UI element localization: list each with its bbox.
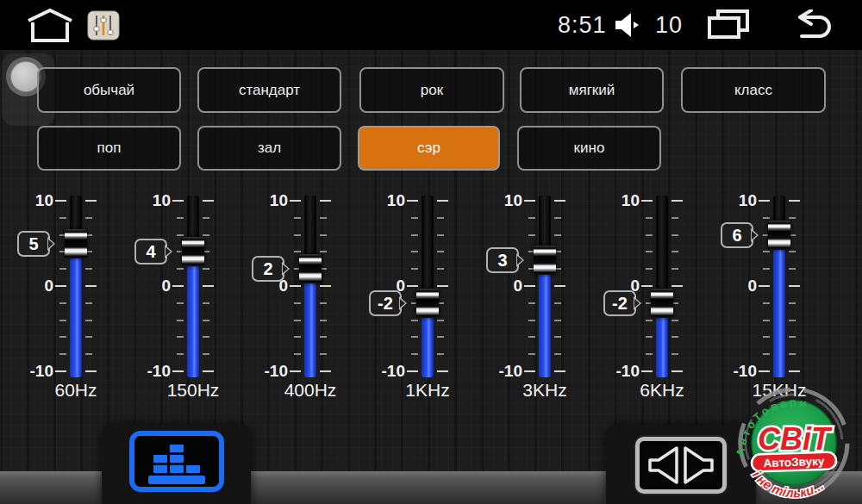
tick-mark	[671, 268, 678, 270]
tick-mark	[290, 370, 301, 372]
watermark-band-text: АвтоЗвуку	[763, 455, 825, 470]
tick-mark	[85, 353, 92, 355]
speaker-icon	[612, 0, 643, 50]
tick-mark	[646, 268, 653, 270]
tick-mark	[320, 251, 327, 252]
tick-mark	[528, 336, 535, 338]
tick-mark	[411, 336, 418, 338]
tick-mark	[789, 251, 796, 252]
tick-mark	[437, 285, 448, 287]
status-bar: 8:51 10	[0, 0, 862, 50]
tick-mark	[55, 370, 66, 372]
tick-mark	[554, 336, 561, 338]
equalizer-app-icon[interactable]	[86, 0, 121, 50]
tick-mark	[411, 320, 418, 321]
tick-mark	[320, 234, 327, 236]
tick-mark	[203, 234, 209, 236]
slider-thumb[interactable]	[416, 289, 439, 318]
tick-mark	[763, 302, 770, 304]
tick-mark	[203, 268, 209, 270]
tick-mark	[177, 217, 184, 219]
tick-mark	[671, 336, 678, 338]
preset-button-сэр[interactable]: сэр	[358, 126, 500, 171]
tick-mark	[554, 217, 561, 219]
tick-mark	[646, 353, 653, 355]
value-bubble: 4	[134, 239, 167, 264]
tick-mark	[294, 353, 301, 355]
tick-mark	[320, 217, 327, 219]
equalizer-bars-icon[interactable]	[129, 431, 224, 492]
scale-label-mid: 0	[14, 277, 53, 296]
tick-mark	[528, 353, 535, 355]
slider-fill	[304, 281, 316, 377]
preset-button-мягкий[interactable]: мягкий	[520, 67, 664, 113]
tick-mark	[177, 336, 184, 338]
tick-mark	[407, 200, 418, 202]
tick-mark	[177, 234, 184, 236]
scale-label-max: 10	[365, 191, 405, 210]
svit-avtozvuku-watermark: АвтоТовари СВіТ АвтоЗвуку і не тільки...	[728, 384, 859, 504]
tick-mark	[524, 200, 535, 202]
value-bubble: -2	[369, 290, 402, 316]
scale-label-min: -10	[483, 362, 522, 381]
tick-mark	[641, 285, 653, 287]
band-frequency-label: 3KHz	[493, 380, 597, 401]
scale-label-max: 10	[483, 191, 522, 210]
tick-mark	[646, 336, 653, 338]
tick-mark	[789, 302, 796, 304]
value-bubble: -2	[603, 290, 636, 316]
tick-mark	[203, 302, 209, 304]
tick-mark	[294, 234, 301, 236]
tick-mark	[646, 234, 653, 236]
slider-fill	[656, 315, 668, 377]
tick-mark	[407, 285, 418, 287]
tick-mark	[203, 285, 214, 287]
tick-mark	[554, 302, 561, 304]
volume-level: 10	[655, 0, 683, 50]
tick-mark	[172, 285, 184, 287]
preset-button-зал[interactable]: зал	[197, 126, 341, 171]
slider-thumb[interactable]	[65, 229, 87, 258]
value-bubble: 2	[252, 256, 284, 282]
tick-mark	[789, 320, 796, 321]
tick-mark	[203, 320, 209, 321]
tick-mark	[294, 217, 301, 219]
tick-mark	[203, 217, 209, 219]
tick-mark	[59, 268, 66, 270]
scale-label-min: -10	[131, 362, 171, 381]
band-frequency-label: 6KHz	[610, 380, 714, 401]
speakers-balance-icon[interactable]	[635, 437, 727, 494]
slider-thumb[interactable]	[651, 289, 673, 318]
home-icon[interactable]	[26, 0, 74, 50]
preset-button-стандарт[interactable]: стандарт	[197, 67, 341, 113]
slider-thumb[interactable]	[182, 237, 204, 266]
preset-button-поп[interactable]: поп	[37, 126, 181, 171]
tick-mark	[85, 217, 92, 219]
slider-track[interactable]	[656, 196, 668, 303]
tick-mark	[789, 217, 796, 219]
slider-thumb[interactable]	[768, 221, 790, 250]
recent-apps-icon[interactable]	[707, 0, 750, 50]
slider-track[interactable]	[422, 196, 434, 303]
tick-mark	[290, 200, 301, 202]
tick-mark	[177, 302, 184, 304]
tick-mark	[528, 302, 535, 304]
slider-thumb[interactable]	[299, 254, 322, 283]
tick-mark	[528, 234, 535, 236]
preset-button-кино[interactable]: кино	[517, 126, 661, 171]
tick-mark	[85, 320, 92, 321]
preset-button-обычай[interactable]: обычай	[37, 67, 181, 113]
slider-thumb[interactable]	[534, 246, 556, 275]
tick-mark	[554, 285, 565, 287]
tick-mark	[85, 285, 97, 287]
slider-fill	[70, 256, 82, 378]
back-icon[interactable]	[790, 0, 834, 50]
tick-mark	[85, 200, 97, 202]
tick-mark	[294, 251, 301, 252]
tick-mark	[55, 200, 66, 202]
tick-mark	[59, 336, 66, 338]
preset-button-рок[interactable]: рок	[359, 67, 504, 113]
scale-label-min: -10	[600, 362, 640, 381]
preset-button-класс[interactable]: класс	[681, 67, 826, 113]
tick-mark	[524, 370, 535, 372]
